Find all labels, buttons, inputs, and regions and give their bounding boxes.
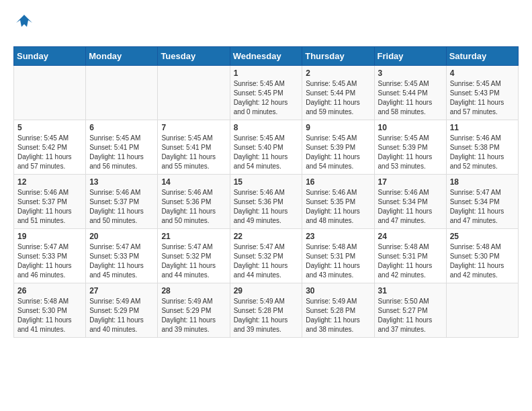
sunrise-text: Sunrise: 5:48 AM bbox=[378, 242, 443, 252]
calendar-cell: 9Sunrise: 5:45 AMSunset: 5:39 PMDaylight… bbox=[302, 120, 374, 175]
daylight-text: Daylight: 11 hours and 58 minutes. bbox=[378, 98, 443, 117]
week-row-2: 5Sunrise: 5:45 AMSunset: 5:42 PMDaylight… bbox=[14, 120, 519, 175]
sunrise-text: Sunrise: 5:47 AM bbox=[89, 242, 154, 252]
day-number: 26 bbox=[17, 286, 82, 295]
weekday-header-saturday: Saturday bbox=[446, 47, 518, 66]
sunset-text: Sunset: 5:37 PM bbox=[89, 197, 154, 207]
logo-bird-icon bbox=[15, 13, 34, 32]
day-number: 4 bbox=[450, 68, 515, 78]
day-info: Sunrise: 5:50 AMSunset: 5:27 PMDaylight:… bbox=[378, 297, 443, 334]
weekday-header-thursday: Thursday bbox=[302, 47, 374, 66]
sunset-text: Sunset: 5:40 PM bbox=[234, 143, 299, 152]
day-info: Sunrise: 5:48 AMSunset: 5:31 PMDaylight:… bbox=[378, 242, 443, 280]
day-info: Sunrise: 5:47 AMSunset: 5:34 PMDaylight:… bbox=[450, 188, 515, 226]
page-header bbox=[13, 13, 519, 36]
calendar-cell: 26Sunrise: 5:48 AMSunset: 5:30 PMDayligh… bbox=[14, 283, 86, 338]
sunrise-text: Sunrise: 5:49 AM bbox=[306, 297, 370, 306]
week-row-5: 26Sunrise: 5:48 AMSunset: 5:30 PMDayligh… bbox=[14, 283, 519, 338]
sunset-text: Sunset: 5:29 PM bbox=[89, 306, 154, 316]
sunrise-text: Sunrise: 5:45 AM bbox=[378, 134, 443, 143]
daylight-text: Daylight: 11 hours and 38 minutes. bbox=[306, 316, 370, 334]
day-info: Sunrise: 5:48 AMSunset: 5:31 PMDaylight:… bbox=[306, 242, 370, 280]
day-info: Sunrise: 5:48 AMSunset: 5:30 PMDaylight:… bbox=[450, 242, 515, 280]
week-row-1: 1Sunrise: 5:45 AMSunset: 5:45 PMDaylight… bbox=[14, 66, 519, 120]
sunset-text: Sunset: 5:41 PM bbox=[89, 143, 154, 152]
day-info: Sunrise: 5:46 AMSunset: 5:35 PMDaylight:… bbox=[306, 188, 370, 226]
calendar-cell: 21Sunrise: 5:47 AMSunset: 5:32 PMDayligh… bbox=[158, 229, 230, 283]
sunrise-text: Sunrise: 5:47 AM bbox=[17, 242, 82, 252]
daylight-text: Daylight: 11 hours and 40 minutes. bbox=[89, 316, 154, 334]
sunset-text: Sunset: 5:34 PM bbox=[378, 197, 443, 207]
daylight-text: Daylight: 11 hours and 52 minutes. bbox=[450, 152, 515, 171]
sunset-text: Sunset: 5:39 PM bbox=[378, 143, 443, 152]
sunrise-text: Sunrise: 5:46 AM bbox=[161, 188, 226, 197]
calendar-cell bbox=[158, 66, 230, 120]
day-info: Sunrise: 5:45 AMSunset: 5:41 PMDaylight:… bbox=[161, 134, 226, 171]
daylight-text: Daylight: 11 hours and 49 minutes. bbox=[234, 207, 299, 226]
week-row-4: 19Sunrise: 5:47 AMSunset: 5:33 PMDayligh… bbox=[14, 229, 519, 283]
sunset-text: Sunset: 5:39 PM bbox=[306, 143, 370, 152]
sunset-text: Sunset: 5:29 PM bbox=[161, 306, 226, 316]
day-number: 28 bbox=[161, 286, 226, 295]
sunset-text: Sunset: 5:30 PM bbox=[450, 252, 515, 261]
daylight-text: Daylight: 12 hours and 0 minutes. bbox=[234, 98, 299, 117]
daylight-text: Daylight: 11 hours and 44 minutes. bbox=[161, 261, 226, 280]
weekday-header-friday: Friday bbox=[374, 47, 446, 66]
day-number: 30 bbox=[306, 286, 370, 295]
weekday-header-row: SundayMondayTuesdayWednesdayThursdayFrid… bbox=[14, 47, 519, 66]
sunrise-text: Sunrise: 5:49 AM bbox=[161, 297, 226, 306]
day-number: 18 bbox=[450, 177, 515, 187]
daylight-text: Daylight: 11 hours and 48 minutes. bbox=[306, 207, 370, 226]
sunrise-text: Sunrise: 5:50 AM bbox=[378, 297, 443, 306]
calendar-cell: 24Sunrise: 5:48 AMSunset: 5:31 PMDayligh… bbox=[374, 229, 446, 283]
sunset-text: Sunset: 5:31 PM bbox=[306, 252, 370, 261]
day-info: Sunrise: 5:46 AMSunset: 5:36 PMDaylight:… bbox=[161, 188, 226, 226]
calendar-cell bbox=[14, 66, 86, 120]
calendar-cell: 13Sunrise: 5:46 AMSunset: 5:37 PMDayligh… bbox=[86, 175, 158, 229]
sunrise-text: Sunrise: 5:45 AM bbox=[450, 79, 515, 89]
calendar-table: SundayMondayTuesdayWednesdayThursdayFrid… bbox=[13, 46, 519, 338]
day-info: Sunrise: 5:45 AMSunset: 5:42 PMDaylight:… bbox=[17, 134, 82, 171]
sunset-text: Sunset: 5:43 PM bbox=[450, 89, 515, 98]
daylight-text: Daylight: 11 hours and 41 minutes. bbox=[17, 316, 82, 334]
sunset-text: Sunset: 5:33 PM bbox=[89, 252, 154, 261]
sunrise-text: Sunrise: 5:48 AM bbox=[17, 297, 82, 306]
sunset-text: Sunset: 5:32 PM bbox=[234, 252, 299, 261]
calendar-cell: 17Sunrise: 5:46 AMSunset: 5:34 PMDayligh… bbox=[374, 175, 446, 229]
calendar-cell: 5Sunrise: 5:45 AMSunset: 5:42 PMDaylight… bbox=[14, 120, 86, 175]
sunrise-text: Sunrise: 5:47 AM bbox=[161, 242, 226, 252]
day-number: 1 bbox=[234, 68, 299, 78]
day-info: Sunrise: 5:46 AMSunset: 5:36 PMDaylight:… bbox=[234, 188, 299, 226]
calendar-cell: 14Sunrise: 5:46 AMSunset: 5:36 PMDayligh… bbox=[158, 175, 230, 229]
daylight-text: Daylight: 11 hours and 56 minutes. bbox=[89, 152, 154, 171]
daylight-text: Daylight: 11 hours and 47 minutes. bbox=[450, 207, 515, 226]
sunrise-text: Sunrise: 5:48 AM bbox=[306, 242, 370, 252]
calendar-cell bbox=[86, 66, 158, 120]
calendar-cell: 3Sunrise: 5:45 AMSunset: 5:44 PMDaylight… bbox=[374, 66, 446, 120]
daylight-text: Daylight: 11 hours and 54 minutes. bbox=[306, 152, 370, 171]
day-info: Sunrise: 5:45 AMSunset: 5:44 PMDaylight:… bbox=[306, 79, 370, 117]
weekday-header-sunday: Sunday bbox=[14, 47, 86, 66]
calendar-cell: 22Sunrise: 5:47 AMSunset: 5:32 PMDayligh… bbox=[230, 229, 302, 283]
calendar-cell: 8Sunrise: 5:45 AMSunset: 5:40 PMDaylight… bbox=[230, 120, 302, 175]
sunset-text: Sunset: 5:30 PM bbox=[17, 306, 82, 316]
daylight-text: Daylight: 11 hours and 42 minutes. bbox=[450, 261, 515, 280]
calendar-cell bbox=[446, 283, 518, 338]
day-number: 27 bbox=[89, 286, 154, 295]
day-info: Sunrise: 5:45 AMSunset: 5:43 PMDaylight:… bbox=[450, 79, 515, 117]
calendar-cell: 7Sunrise: 5:45 AMSunset: 5:41 PMDaylight… bbox=[158, 120, 230, 175]
sunrise-text: Sunrise: 5:45 AM bbox=[306, 134, 370, 143]
calendar-cell: 29Sunrise: 5:49 AMSunset: 5:28 PMDayligh… bbox=[230, 283, 302, 338]
sunrise-text: Sunrise: 5:47 AM bbox=[234, 242, 299, 252]
sunset-text: Sunset: 5:32 PM bbox=[161, 252, 226, 261]
daylight-text: Daylight: 11 hours and 39 minutes. bbox=[234, 316, 299, 334]
daylight-text: Daylight: 11 hours and 43 minutes. bbox=[306, 261, 370, 280]
sunset-text: Sunset: 5:44 PM bbox=[378, 89, 443, 98]
calendar-cell: 31Sunrise: 5:50 AMSunset: 5:27 PMDayligh… bbox=[374, 283, 446, 338]
day-info: Sunrise: 5:45 AMSunset: 5:39 PMDaylight:… bbox=[306, 134, 370, 171]
day-number: 11 bbox=[450, 123, 515, 132]
day-number: 24 bbox=[378, 232, 443, 241]
calendar-cell: 10Sunrise: 5:45 AMSunset: 5:39 PMDayligh… bbox=[374, 120, 446, 175]
day-number: 12 bbox=[17, 177, 82, 187]
day-number: 25 bbox=[450, 232, 515, 241]
